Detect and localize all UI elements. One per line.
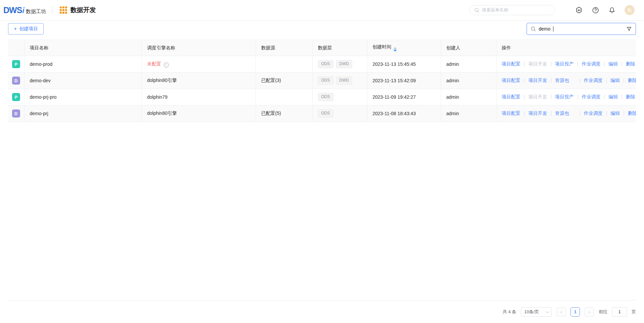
sort-caret-icon[interactable]	[393, 47, 397, 52]
action-link[interactable]: 项目配置	[502, 94, 521, 99]
action-link[interactable]: 项目配置	[502, 110, 521, 116]
filter-funnel-icon[interactable]	[626, 26, 632, 32]
action-link[interactable]: 项目开发	[528, 110, 547, 116]
engine-cell: dolphin79	[142, 89, 256, 105]
action-separator: |	[579, 78, 581, 83]
project-type-badge: D	[12, 77, 20, 85]
chevron-down-icon	[546, 309, 549, 313]
created-at-cell: 2023-11-13 15:45:45	[367, 56, 441, 73]
project-search-input[interactable]: demo	[527, 23, 636, 35]
brand-logo-text: DWS	[3, 5, 22, 15]
action-link[interactable]: 资源包	[555, 78, 569, 83]
notification-bell-icon[interactable]	[608, 6, 615, 14]
project-type-badge: P	[12, 93, 20, 101]
chevron-right-icon: ›	[589, 310, 590, 314]
engine-cell: 未配置	[142, 56, 256, 73]
page-size-select[interactable]: 10条/页	[521, 307, 552, 317]
action-link[interactable]: 项目配置	[502, 61, 521, 66]
action-link[interactable]: 编辑	[610, 78, 620, 83]
page-unit-label: 页	[632, 309, 636, 315]
action-separator: |	[604, 94, 605, 99]
table-row: Ddemo-devdolphin80引擎已配置(3)ODSDWD2023-11-…	[8, 73, 636, 89]
action-link[interactable]: 作业调度	[584, 78, 602, 83]
column-header[interactable]: 创建时间	[367, 40, 441, 56]
project-name-cell: demo-prj-pro	[24, 89, 142, 105]
created-at-cell: 2023-11-09 19:42:27	[367, 89, 441, 105]
search-icon	[474, 8, 479, 13]
action-link[interactable]: 作业调度	[582, 94, 600, 99]
creator-cell: admin	[441, 73, 496, 89]
action-separator: |	[524, 61, 525, 66]
total-count-label: 共 4 条	[503, 309, 516, 315]
next-page-button[interactable]: ›	[585, 307, 594, 317]
brand-logo[interactable]: DWSi 数据工坊	[3, 5, 46, 15]
engine-not-configured-label: 未配置	[147, 61, 161, 66]
project-badge-cell: D	[8, 73, 24, 89]
menu-search-input[interactable]: 搜索菜单名称	[469, 5, 555, 15]
prev-page-button[interactable]: ‹	[556, 307, 566, 317]
action-link[interactable]: 资源包	[555, 110, 569, 116]
project-name-cell: demo-prod	[24, 56, 142, 73]
action-link[interactable]: 项目开发	[528, 78, 547, 83]
engine-cell: dolphin80引擎	[142, 73, 256, 89]
text-cursor	[553, 26, 553, 32]
table-row: Pdemo-prj-prodolphin79ODS2023-11-09 19:4…	[8, 89, 636, 105]
action-separator: |	[623, 110, 625, 116]
pagination-bar: 共 4 条 10条/页 ‹ 1 › 前往 页	[8, 300, 636, 323]
column-header: 数据源	[256, 40, 312, 56]
column-header: 调度引擎名称	[142, 40, 256, 56]
column-header: 创建人	[441, 40, 496, 56]
action-link[interactable]: 删除	[626, 61, 635, 66]
action-link[interactable]: 编辑	[610, 110, 620, 116]
project-badge-cell: P	[8, 89, 24, 105]
goto-page-input[interactable]	[612, 307, 627, 317]
action-separator: |	[550, 110, 552, 116]
app-grid-icon[interactable]	[60, 6, 67, 14]
current-page-button[interactable]: 1	[571, 307, 580, 317]
top-header: DWSi 数据工坊 数据开发 搜索菜单名称 AI 租	[0, 0, 644, 20]
action-link[interactable]: 作业调度	[582, 61, 600, 66]
user-avatar[interactable]: 租	[625, 5, 635, 15]
help-icon[interactable]	[592, 6, 599, 14]
action-separator: |	[621, 61, 623, 66]
layer-tag: DWD	[336, 60, 353, 68]
action-link[interactable]: 作业调度	[584, 110, 602, 116]
column-header: 项目名称	[24, 40, 142, 56]
header-divider	[52, 6, 52, 14]
warning-info-icon[interactable]	[164, 62, 169, 67]
action-link[interactable]: 删除	[628, 110, 636, 116]
project-search-value: demo	[539, 26, 550, 32]
action-separator: |	[606, 78, 607, 83]
action-link[interactable]: 编辑	[608, 94, 618, 99]
action-link[interactable]: 删除	[626, 94, 635, 99]
column-header: 数据层	[312, 40, 367, 56]
table-body: Pdemo-prod未配置ODSDWD2023-11-13 15:45:45ad…	[8, 56, 636, 122]
projects-table: 项目名称调度引擎名称数据源数据层创建时间创建人操作 Pdemo-prod未配置O…	[8, 40, 636, 122]
actions-cell: 项目配置|项目开发|项目投产|作业调度|编辑|删除	[496, 89, 636, 105]
actions-cell: 项目配置|项目开发|项目投产|作业调度|编辑|删除	[496, 56, 636, 73]
project-badge-cell: P	[8, 56, 24, 73]
create-project-button[interactable]: + 创建项目	[8, 23, 44, 35]
project-type-badge: P	[12, 60, 20, 68]
action-separator: |	[623, 78, 625, 83]
page: DWSi 数据工坊 数据开发 搜索菜单名称 AI 租	[0, 0, 644, 323]
table-header-row: 项目名称调度引擎名称数据源数据层创建时间创建人操作	[8, 40, 636, 56]
action-link[interactable]: 删除	[628, 78, 636, 83]
menu-search-placeholder: 搜索菜单名称	[482, 7, 508, 13]
ai-assistant-icon[interactable]: AI	[575, 6, 583, 14]
creator-cell: admin	[441, 89, 496, 105]
action-separator: |	[621, 94, 623, 99]
svg-text:AI: AI	[578, 9, 580, 12]
project-name-cell: demo-dev	[24, 73, 142, 89]
action-separator: |	[524, 94, 525, 99]
data-layer-cell: ODS	[312, 105, 367, 122]
datasource-cell: 已配置(5)	[256, 105, 312, 122]
action-link[interactable]: 项目投产	[555, 94, 574, 99]
created-at-cell: 2023-11-13 15:42:09	[367, 73, 441, 89]
action-link[interactable]: 编辑	[608, 61, 618, 66]
action-separator: |	[604, 61, 605, 66]
action-link[interactable]: 项目投产	[555, 61, 574, 66]
action-link[interactable]: 项目配置	[502, 78, 521, 83]
data-layer-cell: ODSDWD	[312, 73, 367, 89]
project-badge-cell: D	[8, 105, 24, 122]
